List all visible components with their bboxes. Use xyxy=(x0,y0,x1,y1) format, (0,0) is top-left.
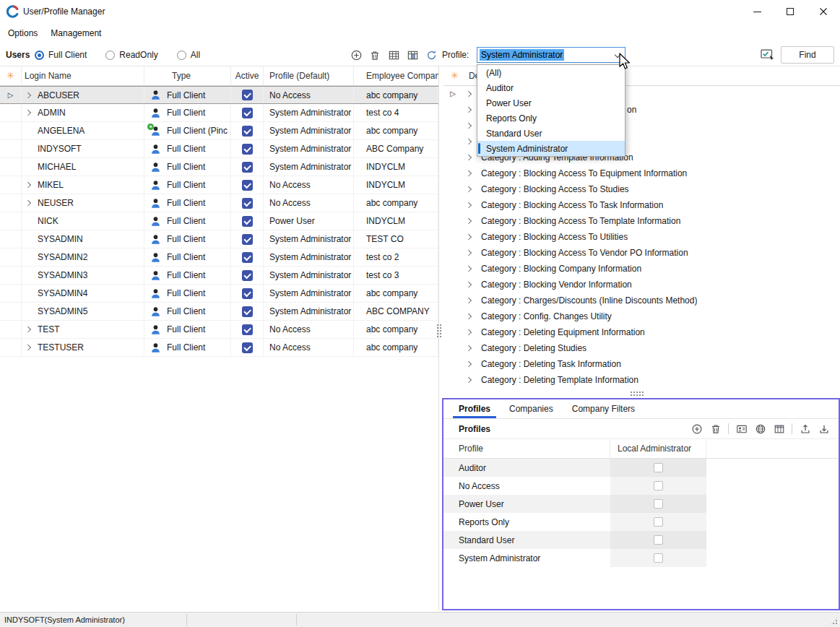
local-admin-checkbox[interactable] xyxy=(654,499,663,509)
profile-row[interactable]: Reports Only xyxy=(443,513,839,531)
active-checkbox[interactable] xyxy=(242,270,253,281)
tree-row[interactable]: Category : Blocking Access To Task Infor… xyxy=(443,197,840,213)
profile-row[interactable]: Power User xyxy=(443,495,839,513)
menu-options[interactable]: Options xyxy=(1,23,44,43)
expand-chevron-icon[interactable] xyxy=(462,139,477,144)
dropdown-option[interactable]: System Administrator xyxy=(477,141,625,156)
expand-chevron-icon[interactable] xyxy=(462,362,477,366)
user-row[interactable]: ADMINFull ClientSystem Administratortest… xyxy=(0,104,438,122)
find-options-icon[interactable] xyxy=(761,48,775,61)
tree-row[interactable]: Category : Blocking Access To Utilities xyxy=(443,229,840,245)
active-checkbox[interactable] xyxy=(242,252,253,263)
gear-icon[interactable] xyxy=(451,71,459,81)
tree-row[interactable]: Category : Config. Changes Utility xyxy=(443,308,840,324)
column-header-profile[interactable]: Profile xyxy=(443,439,610,458)
expand-chevron-icon[interactable] xyxy=(25,110,31,116)
tab-companies[interactable]: Companies xyxy=(500,399,563,418)
tree-row[interactable]: Category : Blocking Access To Equipment … xyxy=(443,165,840,181)
active-checkbox[interactable] xyxy=(242,162,253,173)
tab-profiles[interactable]: Profiles xyxy=(449,399,500,418)
tree-row[interactable]: Category : Blocking Vendor Information xyxy=(443,277,840,293)
expand-chevron-icon[interactable] xyxy=(462,251,477,255)
menu-management[interactable]: Management xyxy=(44,23,108,43)
tree-row[interactable]: Category : Deleting Studies xyxy=(443,340,840,356)
grid-view-icon[interactable] xyxy=(386,48,401,62)
add-user-icon[interactable] xyxy=(349,48,363,62)
expand-chevron-icon[interactable] xyxy=(462,187,477,191)
active-checkbox[interactable] xyxy=(242,180,253,191)
dropdown-option[interactable]: Auditor xyxy=(477,80,625,95)
profile-combobox[interactable]: System Administrator xyxy=(477,47,625,63)
expand-chevron-icon[interactable] xyxy=(462,378,477,382)
column-header-profile-default[interactable]: Profile (Default) xyxy=(264,66,354,85)
import-icon[interactable] xyxy=(818,423,830,435)
user-row[interactable]: SYSADMINFull ClientSystem AdministratorT… xyxy=(0,230,438,248)
active-checkbox[interactable] xyxy=(242,144,253,155)
tree-row[interactable]: Category : Blocking Access To Template I… xyxy=(443,213,840,229)
expand-chevron-icon[interactable] xyxy=(462,330,477,334)
user-row[interactable]: MIKELFull ClientNo AccessINDYCLM xyxy=(0,176,438,194)
user-row[interactable]: NICKFull ClientPower UserINDYCLM xyxy=(0,212,438,230)
tree-row[interactable]: Category : Deleting Task Information xyxy=(443,356,840,372)
tree-row[interactable]: Category : Blocking Access To Vendor PO … xyxy=(443,245,840,261)
local-admin-checkbox[interactable] xyxy=(654,463,663,472)
contact-card-icon[interactable] xyxy=(735,423,748,435)
radio-readonly[interactable]: ReadOnly xyxy=(105,50,157,60)
expand-chevron-icon[interactable] xyxy=(462,298,477,303)
find-button[interactable]: Find xyxy=(781,46,834,64)
expand-chevron-icon[interactable] xyxy=(462,171,477,176)
active-checkbox[interactable] xyxy=(242,342,253,353)
column-header-local-administrator[interactable]: Local Administrator xyxy=(610,439,706,458)
expand-chevron-icon[interactable] xyxy=(462,92,477,96)
active-checkbox[interactable] xyxy=(242,234,253,245)
tree-row[interactable]: Category : Deleting Equipment Informatio… xyxy=(443,324,840,340)
expand-chevron-icon[interactable] xyxy=(462,219,477,223)
user-row[interactable]: MICHAELFull ClientSystem AdministratorIN… xyxy=(0,158,438,176)
expand-chevron-icon[interactable] xyxy=(462,267,477,271)
user-row[interactable]: TESTFull ClientNo Accessabc company xyxy=(0,321,438,339)
column-header-login-name[interactable]: Login Name xyxy=(22,66,144,85)
active-checkbox[interactable] xyxy=(242,324,253,335)
active-checkbox[interactable] xyxy=(242,216,253,227)
user-row[interactable]: INDYSOFTFull ClientSystem AdministratorA… xyxy=(0,140,438,158)
radio-full-client[interactable]: Full Client xyxy=(35,50,87,60)
matrix-view-icon[interactable] xyxy=(405,48,420,62)
export-icon[interactable] xyxy=(799,423,811,435)
expand-chevron-icon[interactable] xyxy=(25,200,31,206)
tree-row[interactable]: Category : Deleting Template Information xyxy=(443,372,840,388)
resize-grip[interactable] xyxy=(829,616,839,626)
expand-chevron-icon[interactable] xyxy=(25,345,31,350)
profile-row[interactable]: System Administrator xyxy=(443,549,839,567)
expand-chevron-icon[interactable] xyxy=(462,235,477,239)
delete-icon[interactable] xyxy=(709,423,722,435)
add-icon[interactable] xyxy=(690,423,703,435)
refresh-icon[interactable] xyxy=(424,48,438,62)
expand-chevron-icon[interactable] xyxy=(25,92,31,98)
column-header-type[interactable]: Type xyxy=(144,66,231,85)
globe-grid-icon[interactable] xyxy=(754,423,766,435)
delete-icon[interactable] xyxy=(368,48,382,62)
expand-chevron-icon[interactable] xyxy=(462,314,477,319)
user-row[interactable]: SYSADMIN2Full ClientSystem Administrator… xyxy=(0,248,438,267)
column-grid-icon[interactable] xyxy=(773,423,785,435)
dropdown-option[interactable]: (All) xyxy=(477,65,625,80)
user-row[interactable]: SYSADMIN4Full ClientSystem Administrator… xyxy=(0,285,438,303)
user-row[interactable]: TESTUSERFull ClientNo Accessabc company xyxy=(0,339,438,357)
expand-chevron-icon[interactable] xyxy=(25,327,31,332)
tab-company-filters[interactable]: Company Filters xyxy=(563,399,644,418)
active-checkbox[interactable] xyxy=(242,108,253,118)
vertical-splitter-handle[interactable] xyxy=(436,324,442,338)
local-admin-checkbox[interactable] xyxy=(654,553,663,563)
profile-row[interactable]: Standard User xyxy=(443,531,839,549)
column-header-active[interactable]: Active xyxy=(231,66,264,85)
local-admin-checkbox[interactable] xyxy=(654,481,663,490)
close-button[interactable] xyxy=(807,0,840,23)
expand-chevron-icon[interactable] xyxy=(462,155,477,160)
user-row[interactable]: ANGELENA+Full Client (PincSystem Adminis… xyxy=(0,122,438,140)
minimize-button[interactable] xyxy=(740,0,774,23)
tree-row[interactable]: Category : Charges/Discounts (Inline Dis… xyxy=(443,293,840,308)
active-checkbox[interactable] xyxy=(242,90,253,100)
tree-row[interactable]: Category : Blocking Access To Studies xyxy=(443,181,840,197)
dropdown-option[interactable]: Reports Only xyxy=(477,111,625,126)
active-checkbox[interactable] xyxy=(242,288,253,299)
